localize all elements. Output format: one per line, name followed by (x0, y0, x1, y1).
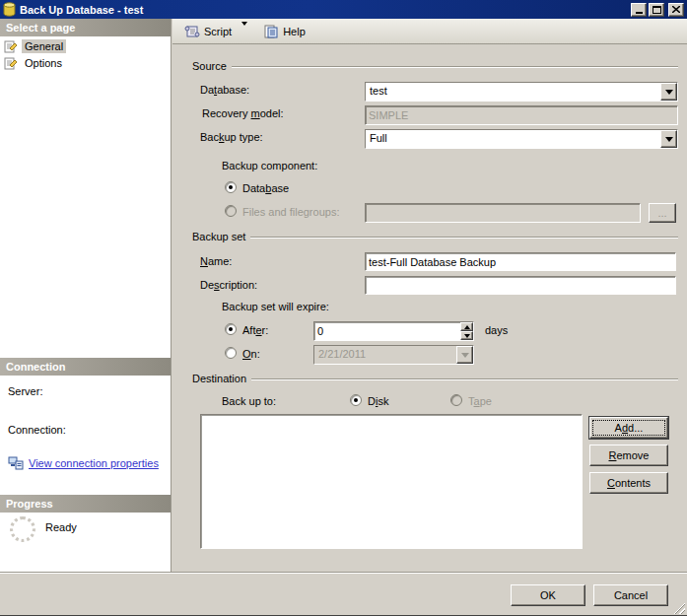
cancel-button[interactable]: Cancel (593, 584, 668, 606)
database-icon (3, 2, 16, 17)
on-radio[interactable] (225, 347, 237, 359)
general-page-content: Source Database: test Recovery model: Ba… (172, 44, 687, 572)
progress-status: Ready (45, 521, 77, 533)
browse-button: ... (649, 203, 676, 223)
add-button[interactable]: Add... (589, 417, 668, 439)
after-radio-label: After: (242, 324, 268, 336)
close-icon (672, 6, 680, 13)
recovery-model-input (366, 106, 677, 124)
source-group-header: Source (192, 60, 678, 72)
name-input[interactable] (366, 253, 675, 270)
remove-button[interactable]: Remove (589, 445, 668, 466)
recovery-model-label: Recovery model: (202, 107, 284, 119)
backup-type-combobox-value: Full (366, 130, 660, 148)
sidebar-item-label: Options (22, 56, 65, 70)
destination-listbox[interactable] (200, 414, 583, 549)
disk-radio-label: Disk (368, 395, 388, 407)
on-date-value: 2/21/2011 (314, 346, 456, 364)
sidebar-item-options[interactable]: Options (4, 55, 69, 71)
files-filegroups-field (365, 203, 641, 223)
on-date-combobox: 2/21/2011 (313, 345, 474, 365)
sidebar-item-general[interactable]: General (4, 38, 70, 54)
view-connection-properties[interactable]: View connection properties (8, 455, 159, 470)
sidebar-item-label: General (22, 39, 66, 53)
spin-down-button[interactable] (460, 331, 473, 340)
minimize-button[interactable] (631, 3, 647, 17)
description-input[interactable] (366, 277, 675, 294)
progress-header: Progress (0, 495, 171, 513)
backup-set-group-header: Backup set (192, 231, 678, 242)
database-radio[interactable] (225, 181, 237, 193)
files-filegroups-radio-label: Files and filegroups: (242, 206, 339, 218)
help-icon (263, 25, 279, 38)
network-icon (8, 455, 24, 470)
tape-radio (450, 394, 462, 406)
expire-label: Backup set will expire: (222, 301, 329, 312)
backup-type-combobox[interactable]: Full (365, 129, 678, 149)
script-button[interactable]: Script (180, 23, 236, 40)
source-group-label: Source (192, 60, 227, 72)
disk-radio[interactable] (350, 394, 362, 406)
connection-header: Connection (0, 358, 171, 376)
progress-spinner-icon (10, 516, 35, 542)
group-divider (232, 66, 678, 68)
backup-set-group-label: Backup set (192, 231, 245, 242)
server-label: Server: (8, 385, 42, 397)
page-icon (4, 56, 18, 70)
files-filegroups-input (366, 204, 640, 222)
description-label: Description: (200, 279, 257, 291)
select-page-header: Select a page (0, 19, 171, 36)
script-dropdown-button[interactable] (238, 24, 251, 39)
files-filegroups-radio (225, 205, 237, 217)
description-field[interactable] (365, 276, 676, 295)
chevron-down-icon (456, 346, 473, 364)
name-label: Name: (200, 255, 232, 267)
maximize-button[interactable] (649, 3, 664, 17)
script-button-label: Script (204, 26, 232, 37)
footer: OK Cancel (0, 572, 687, 616)
chevron-down-icon (241, 22, 247, 37)
backup-to-label: Back up to: (222, 395, 276, 407)
help-button[interactable]: Help (259, 23, 309, 40)
database-combobox-value: test (366, 83, 660, 101)
database-label: Database: (200, 84, 249, 96)
destination-group-label: Destination (192, 373, 246, 384)
chevron-down-icon[interactable] (660, 130, 677, 148)
group-divider (250, 237, 678, 239)
view-connection-properties-link[interactable]: View connection properties (29, 457, 159, 469)
spin-down-icon (464, 334, 470, 338)
title-bar[interactable]: Back Up Database - test (0, 0, 687, 19)
group-divider (251, 378, 678, 380)
ok-button[interactable]: OK (511, 584, 585, 606)
on-radio-label: On: (242, 348, 260, 360)
days-label: days (485, 324, 508, 336)
database-radio-label: Database (242, 182, 289, 194)
minimize-icon (636, 12, 643, 14)
close-button[interactable] (668, 3, 684, 17)
maximize-icon (653, 6, 661, 14)
connection-label: Connection: (8, 424, 66, 436)
destination-group-header: Destination (192, 373, 678, 384)
contents-button[interactable]: Contents (589, 472, 668, 494)
backup-component-label: Backup component: (222, 160, 317, 171)
toolbar: Script Help (172, 19, 687, 44)
name-field[interactable] (365, 252, 676, 271)
after-radio[interactable] (225, 323, 237, 335)
resize-grip[interactable] (672, 601, 685, 614)
page-icon (4, 39, 18, 53)
database-combobox[interactable]: test (365, 82, 678, 102)
recovery-model-field (365, 105, 678, 125)
help-button-label: Help (283, 26, 306, 37)
after-days-input[interactable] (314, 322, 460, 340)
sidebar: Select a page General Options Connection… (0, 19, 172, 572)
backup-database-dialog: Back Up Database - test Select a page Ge… (0, 0, 687, 616)
progress-status-row: Ready (10, 516, 77, 542)
tape-radio-label: Tape (468, 395, 492, 407)
spin-up-icon (464, 325, 470, 329)
backup-type-label: Backup type: (200, 131, 263, 143)
script-icon (184, 25, 200, 38)
spin-up-button[interactable] (460, 322, 473, 331)
window-title: Back Up Database - test (20, 4, 629, 16)
after-days-spinner[interactable] (313, 321, 474, 341)
chevron-down-icon[interactable] (660, 83, 677, 101)
